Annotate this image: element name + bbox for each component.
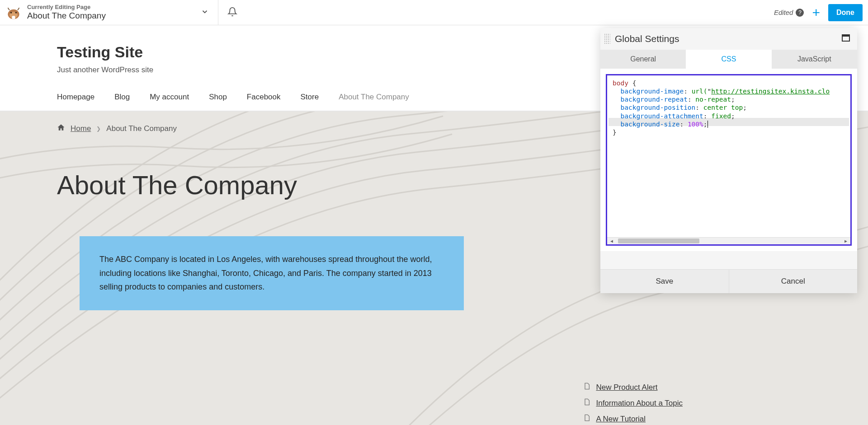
editing-title: About The Company [27, 11, 106, 21]
sidebar-link[interactable]: Information About a Topic [596, 399, 683, 408]
breadcrumb-separator: ❯ [96, 126, 101, 132]
nav-store[interactable]: Store [301, 93, 319, 102]
bell-icon[interactable] [227, 7, 237, 19]
horizontal-scrollbar[interactable]: ◀ ▶ [607, 237, 850, 244]
nav-myaccount[interactable]: My account [150, 93, 189, 102]
content-box: The ABC Company is located in Los Angele… [80, 236, 464, 310]
edited-status: Edited ? [774, 9, 804, 17]
topbar-right: Edited ? + Done [774, 4, 863, 21]
sidebar-link[interactable]: New Product Alert [596, 383, 657, 392]
chevron-down-icon[interactable] [201, 8, 209, 18]
help-icon[interactable]: ? [796, 9, 804, 17]
scroll-left-icon[interactable]: ◀ [608, 238, 615, 245]
add-button[interactable]: + [812, 5, 820, 20]
cancel-button[interactable]: Cancel [729, 270, 858, 293]
css-code-editor[interactable]: body { background-image: url("http://tes… [606, 74, 852, 246]
edited-text: Edited [774, 9, 793, 16]
topbar: Currently Editing Page About The Company… [0, 0, 868, 25]
list-item: Information About a Topic [583, 398, 683, 408]
editing-info: Currently Editing Page About The Company [27, 4, 106, 21]
scrollbar-thumb[interactable] [618, 238, 699, 243]
editing-label: Currently Editing Page [27, 4, 106, 11]
document-icon [583, 398, 590, 408]
breadcrumb-home[interactable]: Home [71, 124, 91, 133]
scroll-right-icon[interactable]: ▶ [842, 238, 849, 245]
document-icon [583, 383, 590, 392]
sidebar-link[interactable]: A New Tutorial [596, 415, 646, 424]
window-icon[interactable] [842, 34, 850, 43]
nav-about[interactable]: About The Company [339, 93, 409, 102]
panel-footer: Save Cancel [600, 269, 857, 293]
nav-homepage[interactable]: Homepage [57, 93, 94, 102]
panel-header: Global Settings [600, 28, 857, 50]
breadcrumb-current: About The Company [106, 124, 177, 133]
drag-handle-icon[interactable] [604, 33, 610, 44]
list-item: A New Tutorial [583, 414, 683, 424]
save-button[interactable]: Save [600, 270, 729, 293]
code-editor-wrap: body { background-image: url("http://tes… [600, 69, 857, 251]
svg-point-3 [10, 12, 12, 14]
done-button[interactable]: Done [828, 4, 863, 21]
tab-javascript[interactable]: JavaScript [772, 50, 857, 69]
svg-point-4 [15, 12, 17, 14]
panel-title: Global Settings [615, 33, 842, 44]
nav-blog[interactable]: Blog [114, 93, 130, 102]
code-content: body { background-image: url("http://tes… [607, 75, 850, 140]
home-icon[interactable] [57, 123, 65, 134]
sidebar-links: New Product Alert Information About a To… [583, 383, 683, 425]
divider [218, 0, 218, 25]
beaver-logo-icon [5, 5, 22, 21]
tab-css[interactable]: CSS [686, 50, 771, 69]
nav-shop[interactable]: Shop [209, 93, 227, 102]
document-icon [583, 414, 590, 424]
tab-general[interactable]: General [600, 50, 686, 69]
panel-tabs: General CSS JavaScript [600, 50, 857, 69]
global-settings-panel: Global Settings General CSS JavaScript b… [600, 28, 857, 293]
list-item: New Product Alert [583, 383, 683, 392]
svg-rect-7 [842, 35, 849, 37]
svg-rect-2 [12, 16, 15, 19]
nav-facebook[interactable]: Facebook [247, 93, 281, 102]
